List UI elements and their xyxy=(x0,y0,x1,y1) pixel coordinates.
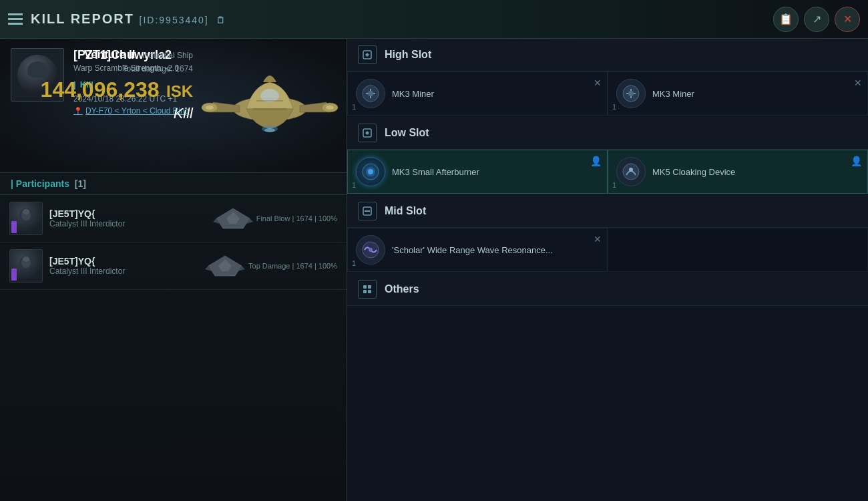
others-header: Others xyxy=(347,273,868,306)
participant-info: [JE5T]YQ{ Catalyst III Interdictor xyxy=(49,256,202,276)
kill-result: Kill xyxy=(41,105,193,122)
header-title: KILL REPORT [ID:9953440] 🗒 xyxy=(31,11,773,27)
kill-info-section: [PZT1]Chuwyrla2 Warp Scramble Strength: … xyxy=(0,39,347,172)
mid-slot-header: Mid Slot xyxy=(347,195,868,228)
svg-point-18 xyxy=(368,91,373,96)
svg-point-26 xyxy=(629,168,633,172)
close-icon: ✕ xyxy=(843,13,852,25)
equipment-item[interactable]: 1 MK3 Miner ✕ xyxy=(347,71,608,116)
copy-button[interactable]: 📋 xyxy=(773,7,799,32)
list-item[interactable]: [JE5T]YQ{ Catalyst III Interdictor Final… xyxy=(0,195,347,242)
report-id: [ID:9953440] xyxy=(140,15,209,25)
avatar-icon xyxy=(13,253,39,279)
svg-rect-32 xyxy=(363,290,367,293)
item-name: MK3 Miner xyxy=(392,89,434,99)
equipment-item-empty xyxy=(608,228,868,272)
low-slot-row: 1 MK3 Small Afterburner 👤 1 xyxy=(347,150,868,194)
item-name: 'Scholar' Wide Range Wave Resonance... xyxy=(392,245,553,255)
close-button[interactable]: ✕ xyxy=(835,7,860,32)
ship-display xyxy=(200,49,340,162)
equipment-item[interactable]: 1 MK5 Cloaking Device 👤 xyxy=(608,150,868,194)
svg-point-7 xyxy=(264,128,275,132)
svg-point-3 xyxy=(260,89,279,102)
svg-point-8 xyxy=(206,106,214,110)
ship-icon xyxy=(210,205,256,232)
total-damage-value: 1674 xyxy=(175,64,193,73)
svg-point-29 xyxy=(369,248,373,252)
others-icon xyxy=(358,280,377,299)
person-icon: 👤 xyxy=(851,156,862,166)
menu-icon[interactable] xyxy=(8,13,23,25)
mid-slot-icon xyxy=(358,202,377,220)
svg-point-15 xyxy=(23,257,29,262)
export-icon: ↗ xyxy=(813,13,821,25)
high-slot-icon xyxy=(358,45,377,64)
participant-ship: Catalyst III Interdictor xyxy=(49,219,210,228)
item-icon xyxy=(616,157,646,186)
svg-point-24 xyxy=(368,169,373,174)
rank-indicator xyxy=(11,269,17,281)
isk-label: ISK xyxy=(166,82,193,100)
ship-name: Venture II xyxy=(84,48,136,61)
avatar-icon xyxy=(13,205,39,232)
item-icon xyxy=(616,79,646,108)
participants-header: Participants [1] xyxy=(0,172,347,195)
clipboard-icon: 📋 xyxy=(779,13,793,25)
participant-stats: Top Damage | 1674 | 100% xyxy=(248,262,337,270)
right-panel: High Slot 1 MK3 Miner ✕ xyxy=(347,39,868,501)
svg-point-12 xyxy=(23,209,29,214)
svg-rect-30 xyxy=(363,285,367,289)
participants-list: [JE5T]YQ{ Catalyst III Interdictor Final… xyxy=(0,195,347,501)
mid-slot-section: Mid Slot 1 'Scholar' Wide Range Wave Res… xyxy=(347,195,868,272)
export-button[interactable]: ↗ xyxy=(804,7,829,32)
equipment-item[interactable]: 1 MK3 Small Afterburner 👤 xyxy=(347,150,608,194)
item-icon xyxy=(356,79,385,108)
header-actions: 📋 ↗ ✕ xyxy=(773,7,860,32)
high-slot-header: High Slot xyxy=(347,39,868,71)
mid-slot-title: Mid Slot xyxy=(385,205,426,217)
item-name: MK3 Miner xyxy=(652,89,694,99)
low-slot-header: Low Slot xyxy=(347,117,868,150)
title-text: KILL REPORT xyxy=(31,11,134,26)
ship-stats: Venture II Industrial Ship Total damage:… xyxy=(41,48,193,122)
others-title: Others xyxy=(385,283,419,295)
ship-type: Industrial Ship xyxy=(142,51,193,60)
participants-title: Participants [1] xyxy=(11,178,86,189)
equipment-item[interactable]: 1 'Scholar' Wide Range Wave Resonance...… xyxy=(347,228,608,272)
main-layout: [PZT1]Chuwyrla2 Warp Scramble Strength: … xyxy=(0,39,868,501)
item-name: MK3 Small Afterburner xyxy=(392,167,479,177)
total-damage-line: Total damage: 1674 xyxy=(41,64,193,73)
copy-icon: 🗒 xyxy=(216,15,226,25)
low-slot-icon xyxy=(358,124,377,142)
svg-rect-31 xyxy=(368,285,371,289)
ship-name-line: Venture II Industrial Ship xyxy=(41,48,193,61)
remove-icon[interactable]: ✕ xyxy=(594,77,602,88)
item-name: MK5 Cloaking Device xyxy=(652,167,735,177)
svg-rect-33 xyxy=(368,290,371,293)
header: KILL REPORT [ID:9953440] 🗒 📋 ↗ ✕ xyxy=(0,0,868,39)
participant-name: [JE5T]YQ{ xyxy=(49,256,202,267)
participant-ship: Catalyst III Interdictor xyxy=(49,267,202,276)
svg-point-9 xyxy=(326,106,334,110)
rank-indicator xyxy=(11,221,17,233)
mid-slot-row: 1 'Scholar' Wide Range Wave Resonance...… xyxy=(347,228,868,272)
high-slot-row: 1 MK3 Miner ✕ 1 xyxy=(347,71,868,116)
isk-amount: 144,096,238 xyxy=(41,77,160,102)
remove-icon[interactable]: ✕ xyxy=(854,77,862,88)
remove-icon[interactable]: ✕ xyxy=(594,234,602,244)
equipment-item[interactable]: 1 MK3 Miner ✕ xyxy=(608,71,868,116)
low-slot-title: Low Slot xyxy=(385,127,429,139)
participant-stats: Final Blow | 1674 | 100% xyxy=(256,214,337,222)
isk-line: 144,096,238 ISK xyxy=(41,77,193,102)
item-icon xyxy=(356,157,385,186)
item-icon xyxy=(356,235,385,265)
high-slot-section: High Slot 1 MK3 Miner ✕ xyxy=(347,39,868,116)
high-slot-title: High Slot xyxy=(385,49,431,61)
low-slot-section: Low Slot 1 MK3 Small Afterburner 👤 xyxy=(347,117,868,194)
ship-svg xyxy=(200,49,340,162)
list-item[interactable]: [JE5T]YQ{ Catalyst III Interdictor Top D… xyxy=(0,242,347,290)
svg-point-20 xyxy=(628,91,634,96)
left-panel: [PZT1]Chuwyrla2 Warp Scramble Strength: … xyxy=(0,39,347,501)
participant-avatar xyxy=(9,202,43,235)
participants-count: [1] xyxy=(75,178,86,189)
